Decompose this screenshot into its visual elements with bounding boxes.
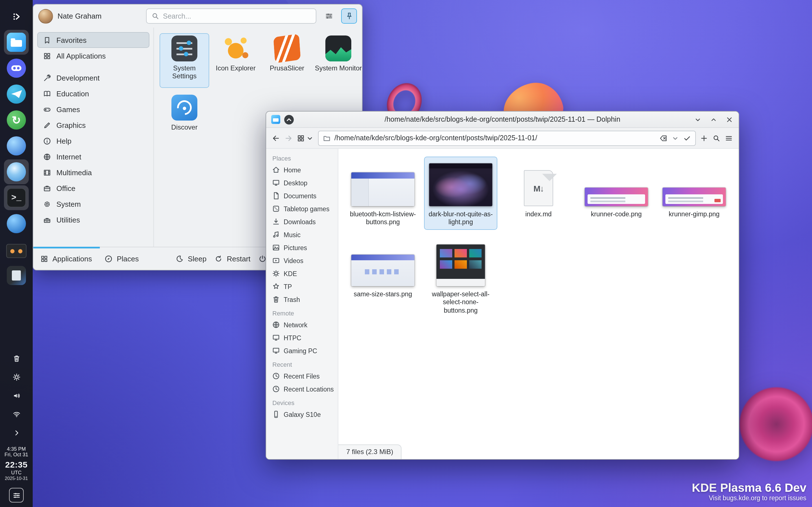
titlebar[interactable]: /home/nate/kde/src/blogs-kde-org/content… xyxy=(266,112,739,128)
file-item-dark-blur[interactable]: dark-blur-not-quite-as-light.png xyxy=(424,157,497,230)
network-tray-button[interactable] xyxy=(8,406,25,423)
forward-button[interactable] xyxy=(284,134,293,142)
pin-button[interactable] xyxy=(341,8,357,24)
taskbar-editor-button[interactable] xyxy=(4,263,29,288)
panel-edit-button[interactable] xyxy=(9,488,24,503)
sidebar-item-graphics[interactable]: Graphics xyxy=(37,117,149,133)
sidebar-item-office[interactable]: Office xyxy=(37,180,149,196)
folder-view[interactable]: bluetooth-kcm-listview-buttons.png dark-… xyxy=(338,149,739,459)
dolphin-window: /home/nate/kde/src/blogs-kde-org/content… xyxy=(266,111,739,460)
places-item-music[interactable]: Music xyxy=(266,228,338,241)
brightness-tray-button[interactable] xyxy=(8,369,25,386)
taskbar-cassette-button[interactable] xyxy=(4,237,29,262)
sidebar-item-label: Office xyxy=(56,184,75,192)
clear-text-icon[interactable] xyxy=(659,134,668,142)
sidebar-item-multimedia[interactable]: Multimedia xyxy=(37,165,149,180)
places-item-pictures[interactable]: Pictures xyxy=(266,241,338,254)
file-item-bluetooth-kcm[interactable]: bluetooth-kcm-listview-buttons.png xyxy=(346,157,419,230)
file-item-wallpaper-buttons[interactable]: wallpaper-select-all-select-none-buttons… xyxy=(424,237,497,318)
sidebar-item-education[interactable]: Education xyxy=(37,86,149,101)
globe-icon xyxy=(272,321,280,329)
file-name: krunner-gimp.png xyxy=(669,210,719,218)
sliders-icon xyxy=(324,12,333,20)
restart-button[interactable]: Restart xyxy=(214,255,251,263)
file-item-krunner-code[interactable]: krunner-code.png xyxy=(580,157,653,222)
places-item-recent-files[interactable]: Recent Files xyxy=(266,370,338,383)
sidebar-item-utilities[interactable]: Utilities xyxy=(37,212,149,228)
taskbar-messenger-button[interactable] xyxy=(4,133,29,158)
places-item-home[interactable]: Home xyxy=(266,163,338,176)
app-tile-system-monitor[interactable]: System Monitor xyxy=(313,33,363,88)
location-bar[interactable]: /home/nate/kde/src/blogs-kde-org/content… xyxy=(318,130,696,146)
taskbar-sync-button[interactable]: ↻ xyxy=(4,108,29,132)
places-item-label: Trash xyxy=(284,296,300,303)
dolphin-toolbar: /home/nate/kde/src/blogs-kde-org/content… xyxy=(266,128,739,149)
file-name: index.md xyxy=(525,210,552,218)
taskbar-konsole-button[interactable]: >_ xyxy=(4,185,29,210)
file-item-index-md[interactable]: index.md xyxy=(502,157,575,222)
panel-clock[interactable]: 4:35 PM Fri, Oct 31 22:35 UTC 2025-10-31 xyxy=(2,446,31,481)
places-item-downloads[interactable]: Downloads xyxy=(266,215,338,228)
places-item-label: Home xyxy=(284,166,301,173)
places-item-tp[interactable]: TP xyxy=(266,280,338,293)
places-item-galaxy-s10e[interactable]: Galaxy S10e xyxy=(266,408,338,421)
menu-button[interactable] xyxy=(725,134,733,142)
minimize-button[interactable] xyxy=(694,115,702,124)
location-path[interactable]: /home/nate/kde/src/blogs-kde-org/content… xyxy=(335,134,656,142)
close-button[interactable] xyxy=(725,115,733,124)
taskbar-web-browser-button[interactable] xyxy=(4,211,29,236)
places-item-trash[interactable]: Trash xyxy=(266,293,338,306)
sidebar-item-development[interactable]: Development xyxy=(37,70,149,86)
places-item-tabletop-games[interactable]: Tabletop games xyxy=(266,202,338,215)
app-tile-label: Discover xyxy=(171,123,197,131)
taskbar-discord-button[interactable] xyxy=(4,56,29,80)
sidebar-item-help[interactable]: Help xyxy=(37,133,149,149)
places-item-documents[interactable]: Documents xyxy=(266,189,338,202)
taskbar-telegram-button[interactable] xyxy=(4,82,29,107)
chevron-down-icon[interactable] xyxy=(671,134,679,142)
kde-gear-icon xyxy=(272,269,280,278)
kickoff-header: Nate Graham xyxy=(33,4,362,27)
split-view-button[interactable] xyxy=(700,134,708,142)
tray-expand-button[interactable] xyxy=(8,425,25,441)
places-item-kde[interactable]: KDE xyxy=(266,267,338,280)
user-avatar[interactable] xyxy=(38,9,53,23)
sidebar-item-games[interactable]: Games xyxy=(37,101,149,117)
back-button[interactable] xyxy=(272,134,280,142)
configure-button[interactable] xyxy=(321,8,337,24)
status-bar: 7 files (2.3 MiB) xyxy=(338,445,402,459)
sidebar-item-favorites[interactable]: Favorites xyxy=(37,32,149,48)
tab-places[interactable]: Places xyxy=(104,255,139,263)
places-item-htpc[interactable]: HTPC xyxy=(266,331,338,344)
tab-applications[interactable]: Applications xyxy=(40,255,92,263)
search-input[interactable] xyxy=(163,12,311,20)
app-tile-icon-explorer[interactable]: Icon Explorer xyxy=(211,33,260,88)
file-item-krunner-gimp[interactable]: krunner-gimp.png xyxy=(658,157,731,222)
file-item-same-size-stars[interactable]: same-size-stars.png xyxy=(346,237,419,302)
places-section-header: Devices xyxy=(266,395,338,408)
view-mode-button[interactable] xyxy=(297,134,314,142)
sleep-button[interactable]: Sleep xyxy=(175,255,207,263)
trash-tray-button[interactable] xyxy=(8,350,25,367)
document-icon xyxy=(272,191,280,200)
places-item-desktop[interactable]: Desktop xyxy=(266,176,338,189)
sidebar-item-all-applications[interactable]: All Applications xyxy=(37,48,149,64)
search-bar[interactable] xyxy=(146,8,316,24)
application-launcher-button[interactable] xyxy=(4,4,29,29)
video-icon xyxy=(272,256,280,265)
places-item-gaming-pc[interactable]: Gaming PC xyxy=(266,344,338,357)
app-tile-prusaslicer[interactable]: PrusaSlicer xyxy=(262,33,312,88)
sidebar-item-system[interactable]: System xyxy=(37,196,149,212)
taskbar-dolphin-button[interactable] xyxy=(4,30,29,55)
app-tile-discover[interactable]: Discover xyxy=(160,93,209,147)
search-button[interactable] xyxy=(712,134,721,142)
places-item-videos[interactable]: Videos xyxy=(266,254,338,267)
volume-tray-button[interactable] xyxy=(8,387,25,404)
confirm-location-icon[interactable] xyxy=(683,134,691,142)
taskbar-browser-button[interactable] xyxy=(4,159,29,184)
sidebar-item-internet[interactable]: Internet xyxy=(37,149,149,165)
places-item-recent-locations[interactable]: Recent Locations xyxy=(266,383,338,395)
maximize-button[interactable] xyxy=(709,115,718,124)
app-tile-system-settings[interactable]: System Settings xyxy=(160,33,209,88)
places-item-network[interactable]: Network xyxy=(266,318,338,331)
